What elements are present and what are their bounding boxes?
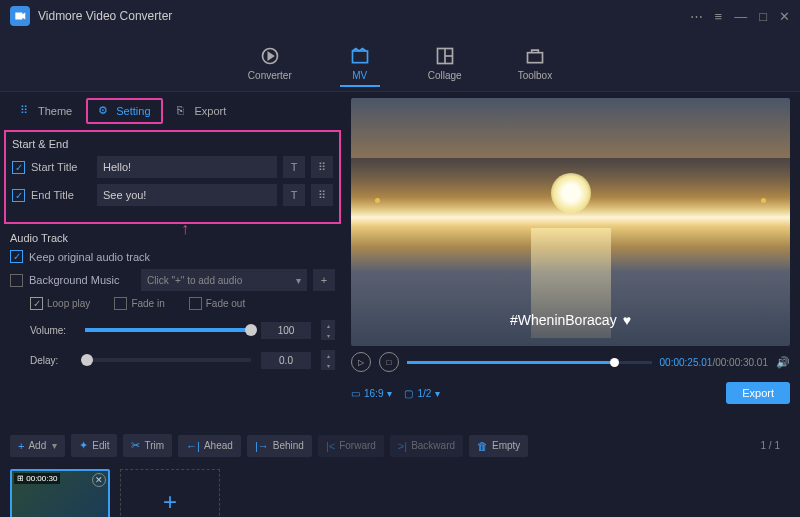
chevron-down-icon: ▾ (435, 388, 440, 399)
time-display: 00:00:25.01/00:00:30.01 (660, 357, 768, 368)
volume-value: 100 (261, 322, 311, 339)
volume-slider[interactable] (85, 328, 251, 332)
video-preview[interactable]: #WheninBoracay ♥ (351, 98, 790, 346)
forward-button[interactable]: |<Forward (318, 435, 384, 457)
backward-icon: >| (398, 440, 407, 452)
stop-button[interactable]: □ (379, 352, 399, 372)
svg-rect-2 (352, 51, 367, 63)
chevron-down-icon: ▾ (296, 275, 301, 286)
end-title-font-button[interactable]: T (283, 184, 305, 206)
highlight-arrow-icon: ↑ (181, 220, 189, 238)
mv-icon (348, 44, 372, 68)
start-title-input[interactable] (97, 156, 277, 178)
start-end-section: Start & End Start Title T ⠿ End Title T … (4, 130, 341, 224)
gear-icon: ⚙ (98, 104, 112, 118)
start-title-color-button[interactable]: ⠿ (311, 156, 333, 178)
nav-mv[interactable]: MV (340, 40, 380, 87)
sub-nav: ⠿ Theme ⚙ Setting ⎘ Export (0, 92, 345, 130)
delay-label: Delay: (30, 355, 75, 366)
trash-icon: 🗑 (477, 440, 488, 452)
export-icon: ⎘ (177, 104, 191, 118)
end-title-color-button[interactable]: ⠿ (311, 184, 333, 206)
audio-title: Audio Track (10, 232, 335, 244)
app-logo (10, 6, 30, 26)
chevron-down-icon: ▾ (387, 388, 392, 399)
titlebar: Vidmore Video Converter ⋯ ≡ — □ ✕ (0, 0, 800, 32)
start-title-font-button[interactable]: T (283, 156, 305, 178)
volume-icon[interactable]: 🔊 (776, 356, 790, 369)
background-music-label: Background Music (29, 274, 135, 286)
aspect-ratio-select[interactable]: ▭ 16:9 ▾ (351, 388, 392, 399)
behind-button[interactable]: |→Behind (247, 435, 312, 457)
nav-toolbox[interactable]: Toolbox (510, 40, 560, 87)
scale-select[interactable]: ▢ 1/2 ▾ (404, 388, 440, 399)
ahead-button[interactable]: ←|Ahead (178, 435, 241, 457)
heart-icon: ♥ (623, 312, 631, 328)
export-button[interactable]: Export (726, 382, 790, 404)
scissors-icon: ✂ (131, 439, 140, 452)
delay-slider[interactable] (85, 358, 251, 362)
feedback-icon[interactable]: ⋯ (690, 9, 703, 24)
keep-original-label: Keep original audio track (29, 251, 150, 263)
add-clip-button[interactable]: + (120, 469, 220, 517)
volume-down[interactable]: ▾ (321, 330, 335, 340)
progress-bar[interactable] (407, 361, 652, 364)
menu-icon[interactable]: ≡ (715, 9, 723, 24)
behind-icon: |→ (255, 440, 269, 452)
end-title-label: End Title (31, 189, 91, 201)
svg-marker-1 (268, 53, 273, 60)
settings-panel: ⠿ Theme ⚙ Setting ⎘ Export Start & End S… (0, 92, 345, 428)
theme-icon: ⠿ (20, 104, 34, 118)
start-end-title: Start & End (12, 138, 333, 150)
tab-export[interactable]: ⎘ Export (167, 98, 237, 124)
toolbox-icon (523, 44, 547, 68)
page-info: 1 / 1 (761, 440, 790, 451)
clip-remove-button[interactable]: ✕ (92, 473, 106, 487)
start-title-label: Start Title (31, 161, 91, 173)
add-audio-button[interactable]: + (313, 269, 335, 291)
preview-panel: #WheninBoracay ♥ ▷ □ 00:00:25.01/00:00:3… (345, 92, 800, 428)
converter-icon (258, 44, 282, 68)
end-title-input[interactable] (97, 184, 277, 206)
delay-value: 0.0 (261, 352, 311, 369)
trim-button[interactable]: ✂Trim (123, 434, 172, 457)
fadein-checkbox[interactable] (114, 297, 127, 310)
overlay-text: #WheninBoracay ♥ (510, 312, 631, 328)
fadeout-checkbox[interactable] (189, 297, 202, 310)
empty-button[interactable]: 🗑Empty (469, 435, 528, 457)
edit-button[interactable]: ✦Edit (71, 434, 117, 457)
maximize-icon[interactable]: □ (759, 9, 767, 24)
minimize-icon[interactable]: — (734, 9, 747, 24)
plus-icon: + (18, 440, 24, 452)
aspect-icon: ▭ (351, 388, 360, 399)
nav-converter[interactable]: Converter (240, 40, 300, 87)
tab-theme[interactable]: ⠿ Theme (10, 98, 82, 124)
nav-collage[interactable]: Collage (420, 40, 470, 87)
audio-dropdown[interactable]: Click "+" to add audio ▾ (141, 269, 307, 291)
delay-up[interactable]: ▴ (321, 350, 335, 360)
clips-row: ⊞ 00:00:30 ✕ ▷ 🔇 ✦ ✂ + (0, 463, 800, 517)
scale-icon: ▢ (404, 388, 413, 399)
play-button[interactable]: ▷ (351, 352, 371, 372)
player-controls: ▷ □ 00:00:25.01/00:00:30.01 🔊 (351, 346, 790, 378)
loop-checkbox[interactable] (30, 297, 43, 310)
backward-button[interactable]: >|Backward (390, 435, 463, 457)
wand-icon: ✦ (79, 439, 88, 452)
background-music-checkbox[interactable] (10, 274, 23, 287)
close-icon[interactable]: ✕ (779, 9, 790, 24)
end-title-checkbox[interactable] (12, 189, 25, 202)
window-controls: ⋯ ≡ — □ ✕ (690, 9, 790, 24)
keep-original-checkbox[interactable] (10, 250, 23, 263)
top-nav: Converter MV Collage Toolbox (0, 32, 800, 92)
app-title: Vidmore Video Converter (38, 9, 690, 23)
clip-duration: ⊞ 00:00:30 (14, 473, 60, 484)
tab-setting[interactable]: ⚙ Setting (86, 98, 162, 124)
add-button[interactable]: +Add▾ (10, 435, 65, 457)
volume-label: Volume: (30, 325, 75, 336)
start-title-checkbox[interactable] (12, 161, 25, 174)
volume-up[interactable]: ▴ (321, 320, 335, 330)
clip-toolbar: +Add▾ ✦Edit ✂Trim ←|Ahead |→Behind |<For… (0, 428, 800, 463)
delay-down[interactable]: ▾ (321, 360, 335, 370)
clip-thumbnail[interactable]: ⊞ 00:00:30 ✕ ▷ 🔇 ✦ ✂ (10, 469, 110, 517)
audio-section: Audio Track Keep original audio track Ba… (0, 224, 345, 388)
